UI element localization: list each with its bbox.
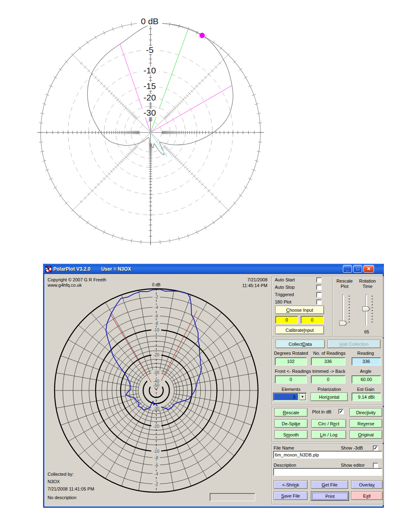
triggered-checkbox[interactable] bbox=[316, 292, 322, 297]
plot-in-db-checkbox[interactable]: ✓ bbox=[338, 409, 344, 414]
svg-text:-2: -2 bbox=[155, 482, 158, 486]
reading-label: Reading bbox=[348, 351, 383, 356]
description-status: No description bbox=[48, 495, 76, 500]
app-polar-plot-chart: -2-4-6-8-10-20-30-40-50-30-20-10-8-6-4-2… bbox=[46, 274, 270, 504]
rescale-button[interactable]: Rescale bbox=[274, 408, 308, 417]
180-plot-label: 180 Plot bbox=[275, 299, 291, 304]
svg-text:-4: -4 bbox=[155, 305, 158, 310]
svg-text:-2: -2 bbox=[155, 295, 158, 299]
save-file-button[interactable]: Save File bbox=[274, 491, 308, 500]
smooth-button[interactable]: Smooth bbox=[274, 430, 308, 439]
window-title: PolarPlot V3.2.0 bbox=[53, 266, 91, 272]
readings-label: No. of Readings bbox=[310, 351, 348, 356]
svg-text:-15: -15 bbox=[144, 81, 156, 91]
description-label: Description bbox=[274, 463, 296, 468]
window-title-user: User = N3OX bbox=[101, 266, 131, 272]
svg-text:-4: -4 bbox=[155, 472, 158, 476]
plot-time: 11:45:14 PM bbox=[217, 283, 267, 288]
svg-text:-20: -20 bbox=[153, 424, 160, 429]
app-icon bbox=[45, 266, 52, 272]
svg-text:-30: -30 bbox=[153, 406, 160, 411]
title-bar[interactable]: PolarPlot V3.2.0 User = N3OX _ □ ✕ bbox=[43, 264, 384, 274]
elements-dropdown-button[interactable]: ▼ bbox=[299, 393, 306, 400]
maximize-button[interactable]: □ bbox=[353, 265, 362, 273]
elements-label: Elements bbox=[272, 387, 310, 392]
auto-start-checkbox[interactable] bbox=[316, 277, 322, 283]
de-spike-button[interactable]: De-Spike bbox=[274, 419, 308, 428]
file-name-input[interactable]: 6m_moxon_N3DB.plp bbox=[273, 451, 382, 459]
minimize-button[interactable]: _ bbox=[343, 265, 352, 273]
svg-text:-50: -50 bbox=[153, 383, 160, 388]
est-gain-value: 9.14 dBi bbox=[352, 393, 381, 401]
directivity-button[interactable]: Directivity bbox=[349, 408, 382, 417]
copyright-line1: Copyright © 2007 G R Freeth bbox=[48, 277, 106, 283]
antenna-pattern-printout-chart: 0 dB-5-10-15-20-30 bbox=[0, 0, 420, 262]
est-gain-label: Est Gain bbox=[348, 387, 383, 392]
choose-input-button[interactable]: Choose Input bbox=[275, 306, 324, 314]
show-editor-label: Show editor bbox=[341, 463, 365, 468]
overlay-button[interactable]: Overlay bbox=[351, 480, 383, 489]
rotation-time-label-1: Rotation bbox=[356, 278, 379, 283]
auto-stop-checkbox[interactable] bbox=[316, 285, 322, 290]
svg-text:-6: -6 bbox=[155, 463, 158, 468]
shrink-button[interactable]: <-Shrink bbox=[274, 480, 308, 489]
print-button[interactable]: Print bbox=[311, 491, 349, 501]
lin-log-button[interactable]: Lin / Log bbox=[311, 430, 346, 439]
elements-selected-value: 3 bbox=[274, 393, 298, 400]
trim-front-value: 0 bbox=[275, 375, 307, 383]
degrees-rotated-label: Degrees Rotated bbox=[272, 351, 310, 356]
reverse-button[interactable]: Reverse bbox=[349, 419, 382, 428]
svg-text:0 dB: 0 dB bbox=[141, 16, 158, 26]
svg-text:-10: -10 bbox=[153, 449, 160, 454]
rescale-plot-slider-ticks bbox=[349, 296, 350, 324]
degrees-rotated-value: 102 bbox=[275, 357, 307, 365]
svg-text:-30: -30 bbox=[144, 108, 156, 117]
auto-start-label: Auto Start bbox=[275, 277, 295, 282]
page: { "window": { "title_left": "PolarPlot V… bbox=[0, 0, 420, 525]
plot-in-db-label: Plot in dB bbox=[312, 409, 331, 414]
rescale-plot-label-1: Rescale bbox=[334, 278, 355, 283]
circ-rect-button[interactable]: Circ / Rect bbox=[311, 419, 346, 428]
elements-combobox[interactable]: 3 ▼ bbox=[273, 393, 307, 401]
plot-date: 7/21/2008 bbox=[217, 277, 267, 283]
polarplot-window: PolarPlot V3.2.0 User = N3OX _ □ ✕ -2-4-… bbox=[43, 264, 384, 508]
polarization-button[interactable]: Horizontal bbox=[310, 393, 348, 401]
svg-text:-10: -10 bbox=[153, 328, 160, 332]
reading-value: 336 bbox=[352, 357, 381, 365]
rotation-time-label-2: Time bbox=[356, 284, 379, 289]
rescale-plot-label-2: Plot bbox=[334, 284, 355, 289]
status-box bbox=[210, 493, 255, 501]
svg-text:0 dB: 0 dB bbox=[152, 283, 161, 287]
copyright-line2: www.g4hfq.co.uk bbox=[48, 283, 82, 288]
exit-button[interactable]: Exit bbox=[351, 491, 383, 500]
original-button[interactable]: Original bbox=[349, 430, 382, 439]
halt-collection-button[interactable]: Halt Collection bbox=[327, 340, 381, 348]
collected-by-label: Collected by: bbox=[48, 472, 74, 477]
file-name-label: File Name bbox=[274, 445, 294, 450]
input-level-left: 0 bbox=[275, 316, 298, 324]
svg-text:-20: -20 bbox=[144, 93, 156, 102]
show-editor-checkbox[interactable] bbox=[373, 463, 378, 468]
description-input[interactable] bbox=[273, 468, 382, 476]
polarization-label: Polarization bbox=[310, 387, 348, 392]
get-file-button[interactable]: Get File bbox=[311, 480, 348, 489]
rotation-time-slider-ticks bbox=[372, 296, 373, 324]
show-3db-checkbox[interactable]: ✓ bbox=[373, 445, 378, 451]
readings-value: 336 bbox=[311, 357, 345, 365]
angle-value: 60.00 bbox=[352, 375, 381, 383]
calibrate-input-button[interactable]: Calibrate Input bbox=[275, 326, 324, 334]
collect-data-button[interactable]: Collect Data bbox=[276, 340, 325, 348]
trim-back-value: 0 bbox=[311, 375, 345, 383]
triggered-label: Triggered bbox=[275, 292, 294, 297]
input-level-right: 0 bbox=[301, 316, 324, 324]
panel-divider bbox=[332, 277, 333, 336]
svg-text:-30: -30 bbox=[153, 370, 160, 375]
collected-by-name: N3OX bbox=[48, 479, 60, 484]
svg-text:-8: -8 bbox=[155, 321, 158, 326]
svg-text:-5: -5 bbox=[146, 45, 154, 55]
svg-text:-20: -20 bbox=[153, 353, 160, 357]
show-3db-label: Show -3dB bbox=[341, 445, 363, 450]
180-plot-checkbox[interactable] bbox=[316, 299, 322, 305]
close-button[interactable]: ✕ bbox=[363, 265, 374, 273]
collected-at: 7/21/2008 11:41:05 PM bbox=[48, 486, 94, 492]
